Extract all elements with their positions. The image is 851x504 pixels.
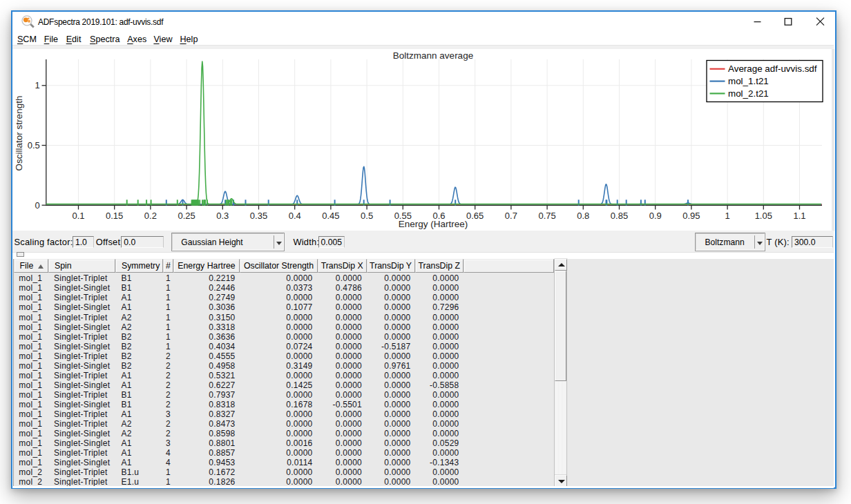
svg-text:0.8: 0.8 [577,210,589,220]
svg-text:0.95: 0.95 [682,210,700,220]
svg-text:0.7: 0.7 [504,210,517,220]
svg-text:0.65: 0.65 [466,210,484,220]
svg-text:0.2: 0.2 [144,210,156,220]
svg-text:0.5: 0.5 [27,140,39,151]
svg-text:mol_2.t21: mol_2.t21 [728,88,769,98]
svg-text:0.35: 0.35 [249,210,267,220]
svg-text:Oscillator strength: Oscillator strength [14,95,24,171]
svg-text:0: 0 [35,200,39,210]
svg-text:0.75: 0.75 [538,210,555,220]
svg-text:0.25: 0.25 [178,210,195,220]
svg-text:0.3: 0.3 [216,210,229,220]
svg-text:Energy (Hartree): Energy (Hartree) [398,219,468,229]
svg-text:1.1: 1.1 [793,210,805,220]
svg-text:mol_1.t21: mol_1.t21 [728,76,769,86]
svg-text:1.05: 1.05 [754,210,772,220]
svg-text:Boltzmann average: Boltzmann average [392,50,472,61]
svg-text:0.45: 0.45 [322,210,339,220]
svg-text:0.9: 0.9 [649,210,661,220]
svg-text:0.4: 0.4 [288,210,300,220]
svg-text:0.5: 0.5 [361,210,373,220]
svg-text:1: 1 [725,210,729,220]
svg-text:1: 1 [35,80,39,90]
svg-text:0.1: 0.1 [72,210,84,220]
svg-text:0.85: 0.85 [610,210,627,220]
svg-text:Average adf-uvvis.sdf: Average adf-uvvis.sdf [728,64,817,74]
svg-text:0.15: 0.15 [106,210,123,220]
